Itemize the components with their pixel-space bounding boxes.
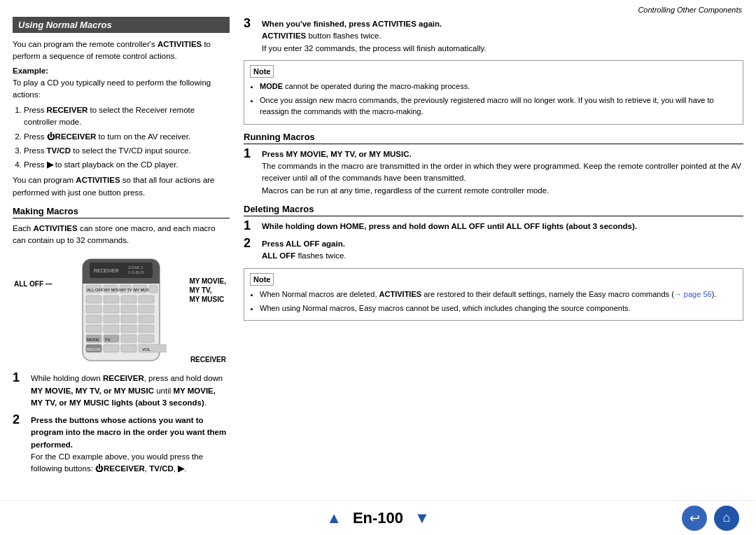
intro-text: You can program the remote controller's …: [13, 39, 230, 63]
my-labels: MY MOVIE,MY TV,MY MUSIC: [189, 277, 226, 304]
svg-text:VOL: VOL: [142, 347, 151, 352]
receiver-label: RECEIVER: [190, 356, 226, 363]
step-2-number: 2: [13, 413, 25, 426]
svg-rect-26: [121, 315, 136, 323]
svg-rect-41: [121, 345, 136, 352]
step-1-block: 1 While holding down RECEIVER, press and…: [13, 373, 230, 409]
svg-rect-27: [139, 315, 154, 323]
deleting-step-2-number: 2: [244, 237, 256, 249]
note-2-item-1: When Normal macros are deleted, ACTIVITI…: [260, 289, 737, 300]
note-2-list: When Normal macros are deleted, ACTIVITI…: [250, 289, 737, 314]
note-box-2: Note When Normal macros are deleted, ACT…: [244, 268, 743, 321]
step-3-block: 3 When you've finished, press ACTIVITIES…: [244, 18, 743, 55]
home-icon: ⌂: [723, 510, 731, 525]
example-step-1: Press RECEIVER to select the Receiver re…: [24, 104, 230, 129]
note-1-list: MODE cannot be operated during the macro…: [250, 81, 737, 118]
prev-page-arrow[interactable]: ▲: [326, 509, 342, 527]
example-label: Example:: [13, 67, 230, 75]
right-column: 3 When you've finished, press ACTIVITIES…: [244, 17, 743, 496]
svg-rect-30: [121, 325, 136, 333]
note-2-item-2: When using Normal macros, Easy macros ca…: [260, 303, 737, 314]
svg-text:2-3-BUS: 2-3-BUS: [128, 270, 144, 275]
footer-icons: ↩ ⌂: [682, 506, 739, 531]
example-steps-list: Press RECEIVER to select the Receiver re…: [13, 104, 230, 171]
svg-rect-29: [104, 325, 119, 333]
making-text: Each ACTIVITIES can store one macro, and…: [13, 223, 230, 247]
svg-rect-21: [104, 305, 119, 313]
main-content: Using Normal Macros You can program the …: [0, 17, 756, 496]
svg-rect-31: [139, 325, 154, 333]
header-title: Controlling Other Components: [638, 6, 742, 14]
page-header: Controlling Other Components: [0, 0, 756, 17]
svg-rect-37: [139, 335, 154, 342]
remote-svg: RECEIVER ZONE 2 2-3-BUS ALL OFF MY MOV M…: [76, 256, 167, 364]
svg-rect-25: [104, 315, 119, 323]
svg-rect-19: [139, 296, 154, 303]
left-column: Using Normal Macros You can program the …: [13, 17, 230, 496]
svg-rect-22: [121, 305, 136, 313]
svg-text:MY TV: MY TV: [120, 288, 132, 292]
svg-rect-40: [104, 345, 119, 352]
svg-text:ZONE 2: ZONE 2: [128, 265, 144, 270]
deleting-step-1-number: 1: [244, 219, 256, 232]
step-1-number: 1: [13, 371, 25, 384]
svg-rect-16: [86, 296, 102, 303]
svg-rect-36: [121, 335, 136, 342]
step-3-number: 3: [244, 17, 256, 29]
running-step-1-content: Press MY MOVIE, MY TV, or MY MUSIC. The …: [262, 148, 743, 197]
svg-text:RECVR: RECVR: [87, 347, 100, 352]
example-step-3: Press TV/CD to select the TV/CD input so…: [24, 145, 230, 157]
running-step-1-number: 1: [244, 147, 256, 160]
svg-rect-24: [86, 315, 102, 323]
svg-rect-20: [86, 305, 102, 313]
svg-text:MY MUS: MY MUS: [134, 288, 149, 292]
step-1-content: While holding down RECEIVER, press and h…: [31, 373, 230, 409]
deleting-step-1: 1 While holding down HOME, press and hol…: [244, 221, 743, 232]
running-step-1: 1 Press MY MOVIE, MY TV, or MY MUSIC. Th…: [244, 148, 743, 197]
footer-pagination: ▲ En-100 ▼: [326, 509, 430, 527]
example-step-4: Press ▶ to start playback on the CD play…: [24, 159, 230, 171]
section-making-macros: Making Macros: [13, 206, 230, 218]
deleting-step-2-content: Press ALL OFF again. ALL OFF flashes twi…: [262, 238, 743, 263]
home-button[interactable]: ⌂: [714, 506, 739, 531]
all-off-label: ALL OFF —: [14, 279, 52, 289]
step-3-content: When you've finished, press ACTIVITIES a…: [262, 18, 743, 55]
example-text: To play a CD you typically need to perfo…: [13, 77, 230, 102]
section-deleting-macros: Deleting Macros: [244, 204, 743, 216]
svg-text:MODE: MODE: [87, 338, 99, 342]
svg-text:ALL OFF: ALL OFF: [87, 288, 104, 292]
step-2-content: Press the buttons whose actions you want…: [31, 415, 230, 475]
svg-rect-23: [139, 305, 154, 313]
svg-rect-28: [86, 325, 102, 333]
page-link[interactable]: → page 56: [674, 290, 712, 298]
step-2-block: 2 Press the buttons whose actions you wa…: [13, 415, 230, 475]
note-label-2: Note: [250, 273, 274, 286]
svg-text:TV: TV: [105, 338, 111, 342]
note-label-1: Note: [250, 65, 274, 78]
deleting-step-2: 2 Press ALL OFF again. ALL OFF flashes t…: [244, 238, 743, 263]
svg-rect-17: [104, 296, 119, 303]
page-footer: ▲ En-100 ▼ ↩ ⌂: [0, 500, 756, 535]
note-1-item-1: MODE cannot be operated during the macro…: [260, 81, 737, 92]
section-title-using-normal-macros: Using Normal Macros: [13, 17, 230, 33]
svg-text:RECEIVER: RECEIVER: [94, 268, 119, 273]
remote-diagram: RECEIVER ZONE 2 2-3-BUS ALL OFF MY MOV M…: [13, 250, 230, 369]
svg-rect-18: [121, 296, 136, 303]
note-1-item-2: Once you assign new macro commands, the …: [260, 95, 737, 118]
outro-text: You can program ACTIVITIES so that all f…: [13, 174, 230, 199]
deleting-step-1-content: While holding down HOME, press and hold …: [262, 221, 743, 232]
svg-rect-15: [149, 285, 158, 293]
page-number: En-100: [353, 509, 403, 527]
back-icon: ↩: [690, 510, 700, 526]
svg-text:MY MOV: MY MOV: [104, 288, 120, 292]
next-page-arrow[interactable]: ▼: [414, 509, 430, 527]
back-button[interactable]: ↩: [682, 506, 707, 531]
note-box-1: Note MODE cannot be operated during the …: [244, 60, 743, 125]
section-running-macros: Running Macros: [244, 132, 743, 144]
example-step-2: Press ⏻RECEIVER to turn on the AV receiv…: [24, 131, 230, 143]
